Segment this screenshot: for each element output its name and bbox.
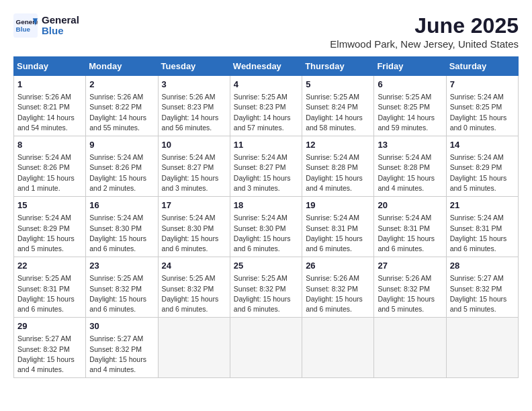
day-detail: Sunrise: 5:27 AM Sunset: 8:32 PM Dayligh… bbox=[17, 334, 82, 375]
calendar-cell bbox=[302, 318, 374, 378]
calendar-cell: 14 Sunrise: 5:24 AM Sunset: 8:29 PM Dayl… bbox=[446, 136, 518, 197]
day-detail: Sunrise: 5:24 AM Sunset: 8:28 PM Dayligh… bbox=[378, 152, 442, 193]
day-detail: Sunrise: 5:24 AM Sunset: 8:31 PM Dayligh… bbox=[306, 213, 370, 254]
day-detail: Sunrise: 5:24 AM Sunset: 8:28 PM Dayligh… bbox=[306, 152, 370, 193]
day-number: 27 bbox=[378, 260, 442, 272]
day-detail: Sunrise: 5:24 AM Sunset: 8:27 PM Dayligh… bbox=[234, 152, 298, 193]
day-detail: Sunrise: 5:24 AM Sunset: 8:31 PM Dayligh… bbox=[378, 213, 442, 254]
calendar-cell bbox=[446, 318, 518, 378]
calendar-cell: 12 Sunrise: 5:24 AM Sunset: 8:28 PM Dayl… bbox=[302, 136, 374, 197]
day-detail: Sunrise: 5:24 AM Sunset: 8:31 PM Dayligh… bbox=[450, 213, 515, 254]
day-number: 1 bbox=[17, 79, 82, 91]
day-number: 15 bbox=[17, 199, 82, 212]
day-number: 9 bbox=[89, 139, 154, 151]
day-number: 12 bbox=[306, 139, 370, 151]
day-number: 5 bbox=[306, 79, 370, 91]
calendar-cell: 22 Sunrise: 5:25 AM Sunset: 8:31 PM Dayl… bbox=[14, 257, 86, 318]
week-row-1: 1 Sunrise: 5:26 AM Sunset: 8:21 PM Dayli… bbox=[14, 76, 519, 136]
day-detail: Sunrise: 5:27 AM Sunset: 8:32 PM Dayligh… bbox=[450, 273, 515, 314]
calendar-cell: 15 Sunrise: 5:24 AM Sunset: 8:29 PM Dayl… bbox=[14, 197, 86, 257]
calendar-cell: 21 Sunrise: 5:24 AM Sunset: 8:31 PM Dayl… bbox=[446, 197, 518, 257]
weekday-header-wednesday: Wednesday bbox=[230, 57, 302, 76]
day-number: 29 bbox=[17, 320, 82, 332]
day-number: 16 bbox=[89, 199, 154, 212]
day-number: 30 bbox=[89, 320, 154, 332]
calendar-cell: 8 Sunrise: 5:24 AM Sunset: 8:26 PM Dayli… bbox=[14, 136, 86, 197]
calendar-cell: 28 Sunrise: 5:27 AM Sunset: 8:32 PM Dayl… bbox=[446, 257, 518, 318]
day-detail: Sunrise: 5:24 AM Sunset: 8:30 PM Dayligh… bbox=[162, 213, 226, 254]
weekday-header-row: SundayMondayTuesdayWednesdayThursdayFrid… bbox=[14, 57, 519, 76]
calendar-cell: 5 Sunrise: 5:25 AM Sunset: 8:24 PM Dayli… bbox=[302, 76, 374, 136]
calendar-cell: 26 Sunrise: 5:26 AM Sunset: 8:32 PM Dayl… bbox=[302, 257, 374, 318]
day-number: 14 bbox=[450, 139, 515, 151]
day-detail: Sunrise: 5:25 AM Sunset: 8:32 PM Dayligh… bbox=[162, 273, 226, 314]
day-detail: Sunrise: 5:25 AM Sunset: 8:24 PM Dayligh… bbox=[306, 92, 370, 133]
calendar-cell: 11 Sunrise: 5:24 AM Sunset: 8:27 PM Dayl… bbox=[230, 136, 302, 197]
calendar-cell: 27 Sunrise: 5:26 AM Sunset: 8:32 PM Dayl… bbox=[374, 257, 446, 318]
calendar-cell: 19 Sunrise: 5:24 AM Sunset: 8:31 PM Dayl… bbox=[302, 197, 374, 257]
day-detail: Sunrise: 5:24 AM Sunset: 8:30 PM Dayligh… bbox=[89, 213, 154, 254]
calendar-cell: 4 Sunrise: 5:25 AM Sunset: 8:23 PM Dayli… bbox=[230, 76, 302, 136]
calendar-cell: 9 Sunrise: 5:24 AM Sunset: 8:26 PM Dayli… bbox=[86, 136, 158, 197]
week-row-4: 22 Sunrise: 5:25 AM Sunset: 8:31 PM Dayl… bbox=[14, 257, 519, 318]
day-number: 28 bbox=[450, 260, 515, 272]
day-detail: Sunrise: 5:24 AM Sunset: 8:26 PM Dayligh… bbox=[89, 152, 154, 193]
day-number: 2 bbox=[89, 79, 154, 91]
weekday-header-friday: Friday bbox=[374, 57, 446, 76]
logo-text-general: General bbox=[42, 15, 79, 26]
day-number: 25 bbox=[234, 260, 298, 272]
day-number: 6 bbox=[378, 79, 442, 91]
calendar-cell: 30 Sunrise: 5:27 AM Sunset: 8:32 PM Dayl… bbox=[86, 318, 158, 378]
calendar-cell: 3 Sunrise: 5:26 AM Sunset: 8:23 PM Dayli… bbox=[158, 76, 230, 136]
day-detail: Sunrise: 5:27 AM Sunset: 8:32 PM Dayligh… bbox=[89, 334, 154, 375]
svg-text:Blue: Blue bbox=[16, 26, 31, 33]
week-row-5: 29 Sunrise: 5:27 AM Sunset: 8:32 PM Dayl… bbox=[14, 318, 519, 378]
day-number: 7 bbox=[450, 79, 515, 91]
day-number: 17 bbox=[162, 199, 226, 212]
day-detail: Sunrise: 5:26 AM Sunset: 8:32 PM Dayligh… bbox=[378, 273, 442, 314]
calendar-cell: 24 Sunrise: 5:25 AM Sunset: 8:32 PM Dayl… bbox=[158, 257, 230, 318]
weekday-header-sunday: Sunday bbox=[14, 57, 86, 76]
week-row-3: 15 Sunrise: 5:24 AM Sunset: 8:29 PM Dayl… bbox=[14, 197, 519, 257]
calendar-cell: 7 Sunrise: 5:24 AM Sunset: 8:25 PM Dayli… bbox=[446, 76, 518, 136]
calendar-cell: 1 Sunrise: 5:26 AM Sunset: 8:21 PM Dayli… bbox=[14, 76, 86, 136]
calendar-cell: 20 Sunrise: 5:24 AM Sunset: 8:31 PM Dayl… bbox=[374, 197, 446, 257]
day-number: 26 bbox=[306, 260, 370, 272]
day-number: 3 bbox=[162, 79, 226, 91]
day-number: 23 bbox=[89, 260, 154, 272]
day-number: 24 bbox=[162, 260, 226, 272]
calendar-cell bbox=[374, 318, 446, 378]
calendar-cell: 13 Sunrise: 5:24 AM Sunset: 8:28 PM Dayl… bbox=[374, 136, 446, 197]
logo: General Blue General Blue bbox=[13, 13, 79, 38]
location-title: Elmwood Park, New Jersey, United States bbox=[330, 38, 519, 50]
day-number: 19 bbox=[306, 199, 370, 212]
calendar-cell: 10 Sunrise: 5:24 AM Sunset: 8:27 PM Dayl… bbox=[158, 136, 230, 197]
day-number: 8 bbox=[17, 139, 82, 151]
day-number: 20 bbox=[378, 199, 442, 212]
day-number: 11 bbox=[234, 139, 298, 151]
day-detail: Sunrise: 5:24 AM Sunset: 8:29 PM Dayligh… bbox=[17, 213, 82, 254]
day-number: 21 bbox=[450, 199, 515, 212]
weekday-header-monday: Monday bbox=[86, 57, 158, 76]
month-title: June 2025 bbox=[330, 13, 519, 38]
calendar-cell bbox=[158, 318, 230, 378]
day-detail: Sunrise: 5:24 AM Sunset: 8:26 PM Dayligh… bbox=[17, 152, 82, 193]
calendar-cell bbox=[230, 318, 302, 378]
day-number: 22 bbox=[17, 260, 82, 272]
day-detail: Sunrise: 5:25 AM Sunset: 8:32 PM Dayligh… bbox=[234, 273, 298, 314]
week-row-2: 8 Sunrise: 5:24 AM Sunset: 8:26 PM Dayli… bbox=[14, 136, 519, 197]
weekday-header-tuesday: Tuesday bbox=[158, 57, 230, 76]
day-detail: Sunrise: 5:24 AM Sunset: 8:25 PM Dayligh… bbox=[450, 92, 515, 133]
title-block: June 2025 Elmwood Park, New Jersey, Unit… bbox=[330, 13, 519, 50]
day-detail: Sunrise: 5:26 AM Sunset: 8:22 PM Dayligh… bbox=[89, 92, 154, 133]
calendar-cell: 18 Sunrise: 5:24 AM Sunset: 8:30 PM Dayl… bbox=[230, 197, 302, 257]
calendar-cell: 6 Sunrise: 5:25 AM Sunset: 8:25 PM Dayli… bbox=[374, 76, 446, 136]
day-detail: Sunrise: 5:26 AM Sunset: 8:21 PM Dayligh… bbox=[17, 92, 82, 133]
day-detail: Sunrise: 5:24 AM Sunset: 8:29 PM Dayligh… bbox=[450, 152, 515, 193]
logo-icon: General Blue bbox=[13, 13, 38, 38]
weekday-header-thursday: Thursday bbox=[302, 57, 374, 76]
calendar-cell: 25 Sunrise: 5:25 AM Sunset: 8:32 PM Dayl… bbox=[230, 257, 302, 318]
day-detail: Sunrise: 5:24 AM Sunset: 8:27 PM Dayligh… bbox=[162, 152, 226, 193]
calendar-cell: 2 Sunrise: 5:26 AM Sunset: 8:22 PM Dayli… bbox=[86, 76, 158, 136]
day-number: 13 bbox=[378, 139, 442, 151]
